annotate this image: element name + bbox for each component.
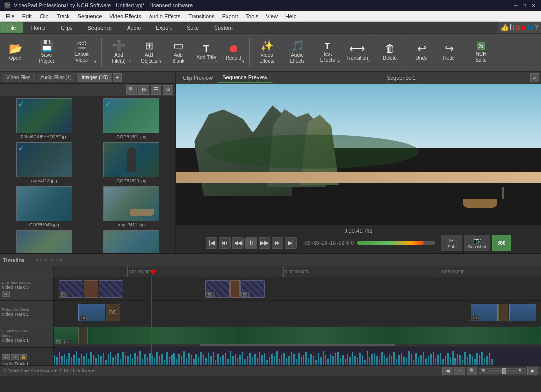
step-back-button[interactable]: ⏮ xyxy=(219,237,231,249)
audio-solo-btn[interactable]: S xyxy=(11,354,19,360)
zoom-slider[interactable] xyxy=(488,370,517,372)
delete-button[interactable]: 🗑 Delete xyxy=(377,36,403,69)
list-item[interactable]: ✓ gopr4718.jpg xyxy=(2,142,87,183)
menu-help[interactable]: Help xyxy=(281,12,301,20)
close-button[interactable]: ✕ xyxy=(529,2,537,9)
audio-lock-btn[interactable]: 🔒 xyxy=(20,354,27,360)
tab-clip-preview[interactable]: Clip Preview xyxy=(178,73,217,82)
timeline-scroll-left-button[interactable]: ↔ xyxy=(454,367,465,375)
menu-tools[interactable]: Tools xyxy=(242,12,262,20)
list-item[interactable]: GOPR5045.jpg xyxy=(2,186,87,227)
tab-export[interactable]: Export xyxy=(149,22,179,33)
menu-audio-effects[interactable]: Audio Effects xyxy=(145,12,185,20)
volume-bar[interactable] xyxy=(357,241,435,245)
split-button[interactable]: ✂ Split xyxy=(441,235,462,251)
transition-clip[interactable] xyxy=(84,280,98,298)
track-clip[interactable]: FX xyxy=(59,280,83,298)
add-files-button[interactable]: ➕ Add File(s) xyxy=(104,36,133,69)
timeline-ruler[interactable]: 0:01:00.000 0:02:00.000 0:03:00.000 xyxy=(54,266,541,277)
list-item[interactable] xyxy=(2,230,87,253)
audio-mute-btn[interactable]: 🔊 xyxy=(2,354,10,360)
timeline-zoom-in-button[interactable]: 🔍 xyxy=(467,367,477,375)
thumb-list-view-button[interactable]: ☰ xyxy=(151,85,161,95)
social-icon-5[interactable]: ▶ xyxy=(521,23,527,31)
zoom-slider-container[interactable]: 🔍 🔍 xyxy=(479,368,526,374)
timeline-zoom-out-button[interactable]: ◀ xyxy=(442,367,453,375)
menu-video-effects[interactable]: Video Effects xyxy=(106,12,145,20)
track-clip-long[interactable]: FX xyxy=(88,327,541,345)
tab-video-files[interactable]: Video Files xyxy=(2,73,35,82)
track-clip[interactable]: FX xyxy=(471,304,498,321)
save-project-button[interactable]: 💾 Save Project xyxy=(29,36,64,69)
list-item[interactable]: ✓ GOPR0691.jpg xyxy=(89,98,174,139)
step-forward-button[interactable]: ⏭ xyxy=(272,237,283,249)
btn-360[interactable]: 360 xyxy=(492,235,511,251)
text-effects-button[interactable]: T Text Effects xyxy=(313,36,342,69)
track-mute-btn[interactable]: M xyxy=(2,291,10,297)
go-to-start-button[interactable]: |◀ xyxy=(206,237,217,249)
tab-audio-files[interactable]: Audio Files (1) xyxy=(36,73,76,82)
minimize-button[interactable]: ─ xyxy=(512,2,519,9)
expand-preview-button[interactable]: ⤢ xyxy=(530,73,539,82)
tab-audio[interactable]: Audio xyxy=(120,22,148,33)
menu-track[interactable]: Track xyxy=(53,12,74,20)
snapshot-button[interactable]: 📷 Snapshot xyxy=(464,235,490,251)
fast-forward-button[interactable]: ▶▶ xyxy=(259,237,270,249)
list-item[interactable] xyxy=(89,230,174,253)
menu-edit[interactable]: Edit xyxy=(19,12,36,20)
add-tab-button[interactable]: + xyxy=(113,73,122,82)
transition-clip[interactable] xyxy=(498,304,508,321)
social-icon-1[interactable]: 👍 xyxy=(500,23,509,31)
thumb-settings-button[interactable]: ⚙ xyxy=(163,85,173,95)
transition-clip[interactable]: DC xyxy=(106,304,120,321)
transition-clip[interactable] xyxy=(78,327,88,345)
help-icon[interactable]: ? xyxy=(534,23,538,31)
add-blank-button[interactable]: ▭ Add Blank xyxy=(165,36,192,69)
menu-file[interactable]: File xyxy=(2,12,19,20)
add-title-button[interactable]: T Add Title xyxy=(193,36,219,69)
tab-clips[interactable]: Clips xyxy=(53,22,80,33)
tab-file[interactable]: File xyxy=(0,22,23,33)
open-button[interactable]: 📂 Open xyxy=(2,36,28,69)
track-clip[interactable]: FX xyxy=(205,280,230,298)
record-button[interactable]: ⏺ Record xyxy=(220,36,247,69)
menu-view[interactable]: View xyxy=(262,12,281,20)
list-item[interactable]: ✓ DMgt6CiUEAAO2ET.jpg xyxy=(2,98,87,139)
tab-custom[interactable]: Custom xyxy=(207,22,240,33)
tab-sequence[interactable]: Sequence xyxy=(81,22,120,33)
track-clip[interactable]: FX xyxy=(240,280,265,298)
menu-clip[interactable]: Clip xyxy=(36,12,53,20)
menu-transitions[interactable]: Transitions xyxy=(184,12,218,20)
transition-clip[interactable] xyxy=(230,280,240,298)
rewind-button[interactable]: ◀◀ xyxy=(232,237,244,249)
thumb-grid-view-button[interactable]: ⊞ xyxy=(138,85,149,95)
go-to-end-button[interactable]: ▶| xyxy=(285,237,297,249)
undo-button[interactable]: ↩ Undo xyxy=(409,36,435,69)
video-effects-button[interactable]: ✨ Video Effects xyxy=(252,36,281,69)
social-icon-6[interactable]: in xyxy=(528,23,533,31)
social-icon-2[interactable]: f xyxy=(510,23,512,31)
social-icon-4[interactable]: G xyxy=(515,23,520,31)
track-clip[interactable] xyxy=(509,304,536,321)
export-video-button[interactable]: 🎬 Export Video xyxy=(65,36,99,69)
thumb-search-button[interactable]: 🔍 xyxy=(126,85,137,95)
tab-images[interactable]: Images (10) xyxy=(77,73,112,82)
maximize-button[interactable]: □ xyxy=(520,2,528,9)
list-item[interactable]: img_7411.jpg xyxy=(89,186,174,227)
tab-sequence-preview[interactable]: Sequence Preview xyxy=(217,73,272,83)
redo-button[interactable]: ↪ Redo xyxy=(436,36,462,69)
track-clip[interactable] xyxy=(99,280,123,298)
track-clip[interactable]: FX xyxy=(78,304,105,321)
nch-suite-button[interactable]: S NCH Suite xyxy=(468,36,495,69)
play-pause-button[interactable]: ⏸ xyxy=(245,237,257,249)
social-icon-3[interactable]: t xyxy=(513,23,515,31)
timeline-end-button[interactable]: ▶ xyxy=(527,367,538,375)
tab-home[interactable]: Home xyxy=(24,22,53,33)
menu-export[interactable]: Export xyxy=(218,12,242,20)
menu-sequence[interactable]: Sequence xyxy=(74,12,106,20)
zoom-thumb[interactable] xyxy=(502,368,506,374)
audio-effects-button[interactable]: 🎵 Audio Effects xyxy=(282,36,312,69)
tab-suite[interactable]: Suite xyxy=(179,22,206,33)
add-objects-button[interactable]: ⊞ Add Objects xyxy=(134,36,164,69)
list-item[interactable]: GOPR4829.jpg xyxy=(89,142,174,183)
